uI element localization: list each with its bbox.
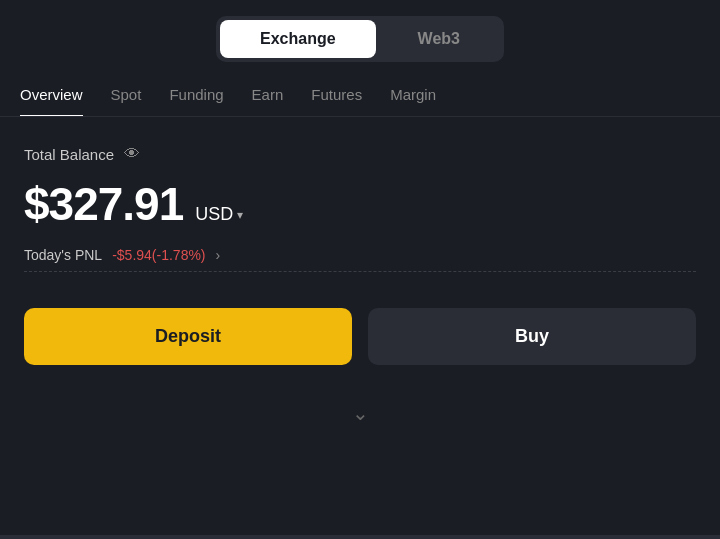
exchange-tab-button[interactable]: Exchange	[220, 20, 376, 58]
bottom-bar	[0, 535, 720, 539]
pnl-detail-arrow-icon[interactable]: ›	[216, 247, 221, 263]
top-toggle-bar: Exchange Web3	[0, 0, 720, 74]
buy-button[interactable]: Buy	[368, 308, 696, 365]
currency-dropdown-arrow-icon: ▾	[237, 208, 243, 222]
tab-earn[interactable]: Earn	[252, 74, 284, 117]
pnl-label: Today's PNL	[24, 247, 102, 263]
expand-section: ⌄	[24, 393, 696, 433]
tab-futures[interactable]: Futures	[311, 74, 362, 117]
currency-selector[interactable]: USD ▾	[195, 204, 243, 225]
nav-tabs-bar: Overview Spot Funding Earn Futures Margi…	[0, 74, 720, 117]
total-balance-label: Total Balance	[24, 146, 114, 163]
visibility-toggle-icon[interactable]: 👁	[124, 145, 140, 163]
web3-tab-button[interactable]: Web3	[378, 20, 500, 58]
balance-display: $327.91 USD ▾	[24, 177, 696, 231]
tab-margin[interactable]: Margin	[390, 74, 436, 117]
deposit-button[interactable]: Deposit	[24, 308, 352, 365]
tab-spot[interactable]: Spot	[111, 74, 142, 117]
action-buttons: Deposit Buy	[24, 308, 696, 365]
chevron-down-icon[interactable]: ⌄	[352, 401, 369, 425]
exchange-web3-toggle: Exchange Web3	[216, 16, 504, 62]
total-balance-section: Total Balance 👁	[24, 145, 696, 163]
main-content: Total Balance 👁 $327.91 USD ▾ Today's PN…	[0, 117, 720, 453]
pnl-value: -$5.94(-1.78%)	[112, 247, 205, 263]
balance-amount: $327.91	[24, 177, 183, 231]
tab-overview[interactable]: Overview	[20, 74, 83, 117]
currency-label: USD	[195, 204, 233, 225]
pnl-row: Today's PNL -$5.94(-1.78%) ›	[24, 247, 696, 272]
tab-funding[interactable]: Funding	[169, 74, 223, 117]
